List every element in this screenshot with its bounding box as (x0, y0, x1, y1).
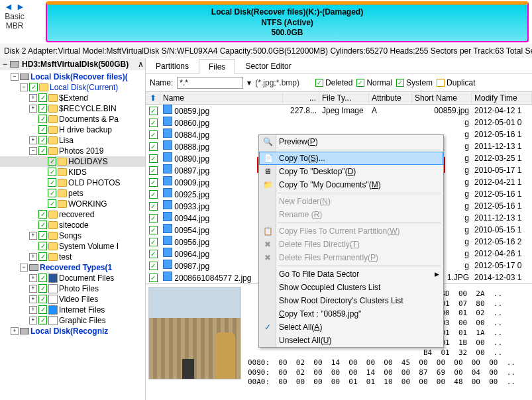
menu-new-folder: New Folder(N) (259, 195, 443, 208)
tree-recycle[interactable]: $RECYCLE.BIN (59, 104, 117, 113)
row-checkbox[interactable]: ✓ (149, 214, 158, 223)
tree-kids[interactable]: KIDS (68, 168, 87, 177)
filter-pattern-input[interactable] (177, 77, 243, 89)
jpeg-icon (163, 272, 172, 281)
tab-files[interactable]: Files (199, 59, 235, 74)
collapse-icon[interactable]: − (3, 60, 7, 69)
tree-holidays[interactable]: HOLIDAYS (68, 157, 108, 166)
menu-show-root[interactable]: Show Root Directory's Clusters List (259, 294, 443, 307)
tab-partitions[interactable]: Partitions (146, 58, 199, 74)
folder-icon (39, 83, 48, 91)
tree-docs[interactable]: Documents & Pa (59, 115, 119, 124)
row-checkbox[interactable]: ✓ (149, 107, 158, 115)
row-checkbox[interactable]: ✓ (149, 226, 158, 234)
jpeg-icon (163, 128, 172, 138)
nav-forward-icon[interactable]: ► (15, 1, 26, 12)
col-size[interactable]: ... (283, 92, 319, 104)
tree-docfiles[interactable]: Document Files (59, 274, 114, 283)
row-checkbox[interactable]: ✓ (149, 274, 158, 282)
row-checkbox[interactable]: ✓ (149, 238, 158, 246)
tree-working[interactable]: WORKING (68, 199, 107, 209)
jpeg-icon (163, 188, 172, 197)
jpeg-icon (163, 176, 172, 185)
tab-sector-editor[interactable]: Sector Editor (235, 58, 301, 74)
tree-current[interactable]: Local Disk(Current) (50, 83, 118, 92)
tree-inetfiles[interactable]: Internet Files (59, 305, 105, 315)
tree-songs[interactable]: Songs (59, 231, 81, 240)
tree-scroll-icon[interactable]: ∧ (138, 60, 144, 69)
col-type[interactable]: File Ty... (319, 92, 369, 104)
copy-partition-icon: 📋 (262, 226, 273, 236)
tree-videofiles[interactable]: Video Files (59, 295, 98, 304)
row-checkbox[interactable]: ✓ (149, 178, 158, 187)
menu-goto-data-sector[interactable]: Go To File Data Sector▶ (259, 268, 443, 281)
word-icon (48, 274, 58, 283)
disk-banner[interactable]: Local Disk(Recover files)(K:)-(Damaged) … (46, 1, 529, 42)
tree-lisa[interactable]: Lisa (59, 136, 74, 145)
tree-types[interactable]: Recovered Types(1 (40, 263, 112, 272)
tree-gfxfiles[interactable]: Graphic Files (59, 316, 106, 325)
check-icon: ✓ (262, 322, 273, 332)
tree-hdrive[interactable]: H drive backup (59, 125, 112, 134)
filter-system-checkbox[interactable]: ✓System (396, 78, 433, 87)
filter-deleted-checkbox[interactable]: ✓Deleted (315, 78, 352, 87)
menu-show-occupied[interactable]: Show Occupied Clusters List (259, 281, 443, 294)
jpeg-icon (163, 224, 172, 233)
banner-line3: 500.0GB (50, 28, 525, 38)
ie-icon (48, 305, 58, 315)
menu-select-all[interactable]: ✓Select All(A) (259, 321, 443, 334)
menu-copy-text[interactable]: Copy Text : "00859.jpg" (259, 307, 443, 321)
jpeg-icon (163, 152, 172, 162)
tree-photofiles[interactable]: Photo Files (59, 284, 99, 293)
context-menu: 🔍Preview(P) 📄Copy To(S)... 🖥Copy To "Des… (258, 134, 444, 348)
filter-name-label: Name: (150, 78, 173, 87)
tree-pets[interactable]: pets (68, 189, 83, 198)
tree-extend[interactable]: $Extend (59, 93, 88, 103)
tree-recovered[interactable]: recovered (59, 210, 94, 219)
tree-svi[interactable]: System Volume I (59, 242, 119, 251)
folder-icon: 📁 (262, 179, 273, 190)
row-checkbox[interactable]: ✓ (149, 166, 158, 175)
video-icon (48, 295, 58, 304)
row-checkbox[interactable]: ✓ (149, 119, 158, 127)
row-checkbox[interactable]: ✓ (149, 202, 158, 211)
menu-copy-desktop[interactable]: 🖥Copy To "Desktop"(D) (259, 165, 443, 178)
file-row[interactable]: ✓ 00860.jpgg2012-05-01 0 (146, 117, 532, 128)
menu-copy-to[interactable]: 📄Copy To(S)... (259, 152, 443, 165)
row-checkbox[interactable]: ✓ (149, 130, 158, 139)
tree-oldphotos[interactable]: OLD PHOTOS (68, 178, 120, 187)
filter-normal-checkbox[interactable]: ✓Normal (356, 78, 392, 87)
col-name[interactable]: Name (160, 92, 283, 104)
menu-delete-direct: ✖Delete Files Directly(T) (259, 238, 443, 251)
tree-sitecode[interactable]: sitecode (59, 221, 89, 230)
filter-duplicate-checkbox[interactable]: Duplicat (437, 78, 475, 87)
nav-back-icon[interactable]: ◄ (3, 1, 14, 12)
mbr-label: MBR (3, 21, 26, 30)
desktop-icon: 🖥 (262, 166, 273, 177)
jpeg-icon (163, 140, 172, 150)
col-attr[interactable]: Attribute (369, 92, 412, 104)
col-up-icon[interactable]: ⬆ (146, 92, 160, 104)
menu-preview[interactable]: 🔍Preview(P) (259, 135, 443, 148)
row-checkbox[interactable]: ✓ (149, 250, 158, 258)
row-checkbox[interactable]: ✓ (149, 190, 158, 199)
tree-root-row[interactable]: − HD3:MsftVirtualDisk(500GB) ∧ (0, 58, 145, 70)
tree-recogniz[interactable]: Local Disk(Recogniz (30, 326, 108, 336)
delete-perm-icon: ✖ (262, 252, 273, 263)
col-mod[interactable]: Modify Time (472, 92, 532, 104)
row-checkbox[interactable]: ✓ (149, 154, 158, 163)
jpeg-icon (163, 212, 172, 221)
menu-rename: Rename (R) (259, 208, 443, 221)
preview-thumbnail[interactable] (148, 287, 241, 379)
menu-copy-mydocs[interactable]: 📁Copy To "My Documents"(M) (259, 178, 443, 191)
file-row[interactable]: ✓ 00859.jpg227.8...Jpeg ImageA00859.jpg2… (146, 105, 532, 117)
directory-tree[interactable]: −Local Disk(Recover files)( −✓Local Disk… (0, 70, 145, 338)
tree-photos[interactable]: Photos 2019 (59, 146, 103, 156)
row-checkbox[interactable]: ✓ (149, 262, 158, 270)
menu-unselect-all[interactable]: Unselect All(U) (259, 334, 443, 347)
tree-recover[interactable]: Local Disk(Recover files)( (30, 72, 128, 81)
row-checkbox[interactable]: ✓ (149, 142, 158, 151)
filter-dropdown-icon[interactable]: ▾ (247, 78, 251, 87)
tree-test[interactable]: test (59, 252, 72, 262)
col-short[interactable]: Short Name (412, 92, 472, 104)
